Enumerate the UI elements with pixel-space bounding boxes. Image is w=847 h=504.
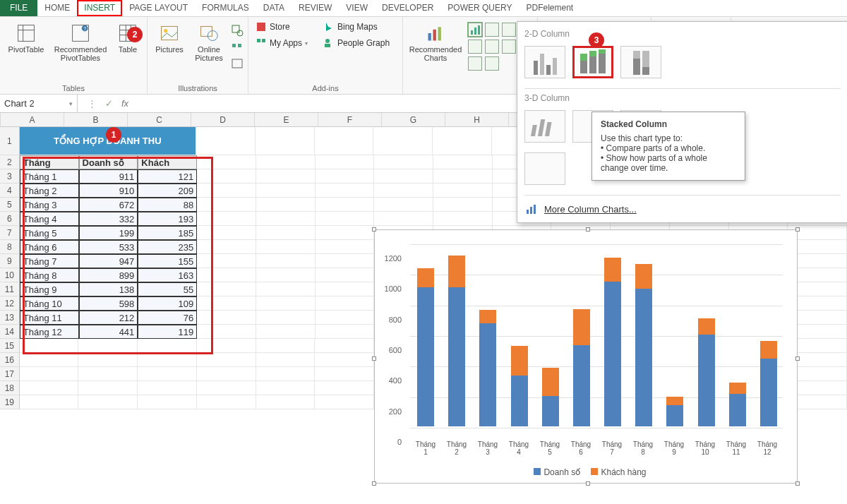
- 100-stacked-column-option[interactable]: [620, 46, 661, 78]
- resize-handle[interactable]: [795, 356, 800, 361]
- cell[interactable]: Tháng 2: [20, 184, 79, 198]
- cell[interactable]: Khách hàng: [138, 155, 197, 169]
- tab-data[interactable]: DATA: [256, 0, 292, 16]
- tab-view[interactable]: VIEW: [339, 0, 375, 16]
- tab-review[interactable]: REVIEW: [292, 0, 339, 16]
- name-box[interactable]: Chart 2▾: [0, 95, 78, 112]
- cell[interactable]: [197, 311, 256, 325]
- cell[interactable]: [196, 127, 256, 155]
- cell[interactable]: [433, 212, 493, 226]
- cell[interactable]: [256, 254, 316, 268]
- cell[interactable]: [197, 254, 256, 268]
- cell[interactable]: [256, 325, 316, 339]
- cell[interactable]: [78, 353, 138, 367]
- cell[interactable]: [433, 198, 493, 212]
- tab-insert[interactable]: INSERT: [77, 0, 122, 16]
- cell[interactable]: [78, 381, 138, 395]
- cell[interactable]: Tháng 9: [20, 282, 79, 296]
- cell[interactable]: [256, 282, 316, 296]
- cell[interactable]: [197, 155, 256, 169]
- cell[interactable]: [316, 155, 375, 169]
- cell[interactable]: [78, 339, 138, 353]
- cell[interactable]: [138, 367, 197, 381]
- cell[interactable]: [316, 254, 375, 268]
- row-header[interactable]: 14: [0, 325, 20, 339]
- cell[interactable]: Doanh số: [79, 155, 138, 169]
- cell[interactable]: [256, 169, 316, 184]
- cell[interactable]: [20, 339, 79, 353]
- radar-chart-button[interactable]: [485, 56, 499, 71]
- myapps-button[interactable]: My Apps ▾: [253, 36, 316, 50]
- cell[interactable]: [256, 381, 316, 395]
- row-header[interactable]: 15: [0, 339, 20, 353]
- cell[interactable]: Tháng 7: [20, 254, 79, 268]
- row-header[interactable]: 11: [0, 282, 20, 296]
- cell[interactable]: 235: [138, 240, 197, 254]
- resize-handle[interactable]: [372, 481, 376, 486]
- column-chart-button[interactable]: [468, 23, 482, 37]
- cancel-icon[interactable]: ⋮: [88, 98, 97, 109]
- resize-handle[interactable]: [586, 227, 590, 232]
- cell[interactable]: [197, 226, 256, 240]
- cell[interactable]: [374, 212, 433, 226]
- cell[interactable]: [316, 226, 375, 240]
- cell[interactable]: [197, 282, 256, 296]
- cell[interactable]: [20, 395, 79, 409]
- cell[interactable]: [316, 268, 375, 282]
- stock-chart-button[interactable]: [502, 23, 516, 37]
- tab-pdfelement[interactable]: PDFelement: [519, 0, 580, 16]
- cell[interactable]: [316, 240, 375, 254]
- cell[interactable]: [316, 184, 375, 198]
- cell[interactable]: [197, 395, 256, 409]
- resize-handle[interactable]: [795, 227, 800, 232]
- cell[interactable]: [315, 367, 374, 381]
- cell[interactable]: [197, 212, 256, 226]
- column-header[interactable]: H: [445, 113, 509, 126]
- cell[interactable]: [138, 339, 197, 353]
- cell[interactable]: 119: [138, 325, 197, 339]
- 3d-column-option[interactable]: [524, 152, 565, 185]
- resize-handle[interactable]: [586, 481, 590, 486]
- cell[interactable]: [315, 353, 374, 367]
- cell[interactable]: 193: [138, 212, 197, 226]
- row-header[interactable]: 1: [0, 127, 20, 155]
- cell[interactable]: [197, 381, 256, 395]
- cell[interactable]: [78, 367, 138, 381]
- cell[interactable]: [256, 240, 316, 254]
- cell[interactable]: [315, 127, 374, 155]
- tab-pagelayout[interactable]: PAGE LAYOUT: [122, 0, 195, 16]
- cell[interactable]: [138, 353, 197, 367]
- stacked-column-option[interactable]: [572, 46, 613, 78]
- cell[interactable]: [256, 155, 316, 169]
- cell[interactable]: 910: [79, 184, 138, 198]
- cell[interactable]: [138, 395, 197, 409]
- embedded-chart[interactable]: 020040060080010001200 Tháng1Tháng2Tháng3…: [374, 229, 798, 484]
- cell[interactable]: 185: [138, 226, 197, 240]
- tab-formulas[interactable]: FORMULAS: [195, 0, 256, 16]
- cell[interactable]: [197, 296, 256, 311]
- cell[interactable]: 947: [79, 254, 138, 268]
- cell[interactable]: [138, 381, 197, 395]
- row-header[interactable]: 8: [0, 240, 20, 254]
- cell[interactable]: [433, 184, 493, 198]
- cell[interactable]: [374, 155, 433, 169]
- cell[interactable]: 911: [79, 169, 138, 184]
- cell[interactable]: [256, 226, 316, 240]
- column-header[interactable]: D: [191, 113, 255, 126]
- row-header[interactable]: 19: [0, 395, 20, 409]
- cell[interactable]: [433, 155, 493, 169]
- cell[interactable]: Tháng 11: [20, 311, 79, 325]
- bar-chart-button[interactable]: [485, 23, 499, 37]
- column-header[interactable]: G: [382, 113, 445, 126]
- bingmaps-button[interactable]: Bing Maps: [320, 20, 398, 34]
- cell[interactable]: [433, 169, 493, 184]
- resize-handle[interactable]: [795, 481, 800, 486]
- cell[interactable]: 672: [79, 198, 138, 212]
- area-chart-button[interactable]: [485, 40, 499, 54]
- cell[interactable]: 332: [79, 212, 138, 226]
- cell[interactable]: 598: [79, 296, 138, 311]
- cell[interactable]: 209: [138, 184, 197, 198]
- cell[interactable]: [256, 184, 316, 198]
- fx-icon[interactable]: fx: [121, 98, 128, 109]
- cell[interactable]: [197, 240, 256, 254]
